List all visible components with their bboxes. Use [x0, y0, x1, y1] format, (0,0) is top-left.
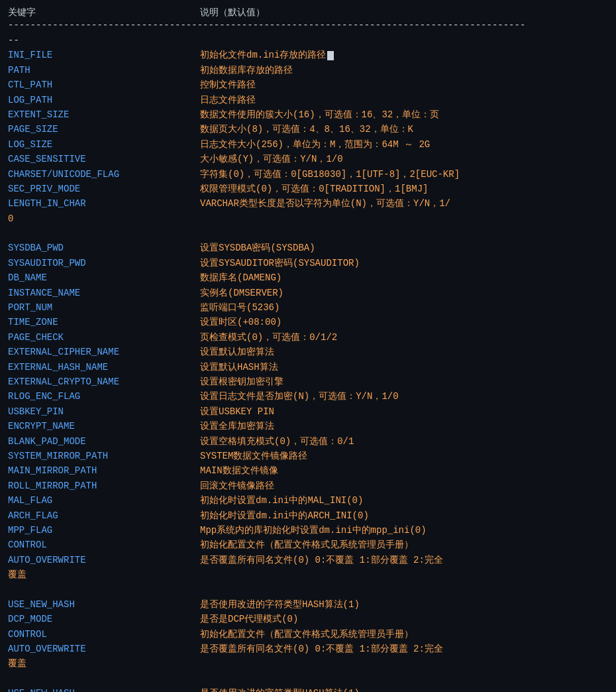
- row-key: USE_NEW_HASH: [8, 686, 200, 692]
- blank-line: [8, 582, 608, 597]
- row-key: LOG_SIZE: [8, 137, 200, 152]
- row-key: CHARSET/UNICODE_FLAG: [8, 167, 200, 182]
- row-desc: 初始化配置文件（配置文件格式见系统管理员手册）: [200, 538, 608, 552]
- row-desc: 日志文件路径: [200, 93, 608, 107]
- row-continuation: 0: [8, 211, 608, 226]
- row-desc: 是否使用改进的字符类型HASH算法(1): [200, 597, 608, 612]
- row-continuation: 覆盖: [8, 656, 608, 671]
- table-body: --INI_FILE初始化文件dm.ini存放的路径PATH初始数据库存放的路径…: [8, 33, 608, 692]
- table-row: INSTANCE_NAME实例名(DMSERVER): [8, 286, 608, 300]
- row-key: MAL_FLAG: [8, 493, 200, 508]
- row-desc: 字符集(0)，可选值：0[GB18030]，1[UTF-8]，2[EUC-KR]: [200, 167, 608, 182]
- row-key: TIME_ZONE: [8, 315, 200, 329]
- row-key: LENGTH_IN_CHAR: [8, 196, 200, 211]
- row-desc: 数据库名(DAMENG): [200, 270, 608, 285]
- table-row: EXTERNAL_HASH_NAME设置默认HASH算法: [8, 360, 608, 375]
- table-row: PORT_NUM监听端口号(5236): [8, 300, 608, 315]
- table-row: PAGE_SIZE数据页大小(8)，可选值：4、8、16、32，单位：K: [8, 122, 608, 137]
- row-desc: 初始化时设置dm.ini中的MAL_INI(0): [200, 493, 608, 508]
- table-row: DB_NAME数据库名(DAMENG): [8, 270, 608, 285]
- row-key: EXTERNAL_CIPHER_NAME: [8, 345, 200, 359]
- table-row: USE_NEW_HASH是否使用改进的字符类型HASH算法(1): [8, 597, 608, 612]
- row-desc: 设置默认HASH算法: [200, 360, 608, 375]
- row-key: EXTENT_SIZE: [8, 107, 200, 122]
- table-row: CTL_PATH控制文件路径: [8, 78, 608, 92]
- row-key: CONTROL: [8, 538, 200, 552]
- table-row: SYSDBA_PWD设置SYSDBA密码(SYSDBA): [8, 241, 608, 255]
- row-desc: 设置时区(+08:00): [200, 315, 608, 329]
- row-desc: 设置SYSDBA密码(SYSDBA): [200, 241, 608, 255]
- table-row: MAL_FLAG初始化时设置dm.ini中的MAL_INI(0): [8, 493, 608, 508]
- table-row: LENGTH_IN_CHARVARCHAR类型长度是否以字符为单位(N)，可选值…: [8, 196, 608, 211]
- header-row: 关键字 说明（默认值）: [8, 7, 608, 19]
- row-key: EXTERNAL_CRYPTO_NAME: [8, 375, 200, 389]
- row-desc: 页检查模式(0)，可选值：0/1/2: [200, 330, 608, 345]
- blank-line: [8, 226, 608, 241]
- row-key: RLOG_ENC_FLAG: [8, 389, 200, 404]
- row-desc: 初始数据库存放的路径: [200, 63, 608, 78]
- row-key: ENCRYPT_NAME: [8, 419, 200, 433]
- row-desc: 实例名(DMSERVER): [200, 286, 608, 300]
- table-row: --: [8, 33, 608, 48]
- table-row: SYSTEM_MIRROR_PATHSYSTEM数据文件镜像路径: [8, 449, 608, 463]
- table-row: RLOG_ENC_FLAG设置日志文件是否加密(N)，可选值：Y/N，1/0: [8, 389, 608, 404]
- header-desc: 说明（默认值）: [200, 7, 608, 19]
- row-desc: 设置SYSAUDITOR密码(SYSAUDITOR): [200, 256, 608, 270]
- row-key: ROLL_MIRROR_PATH: [8, 479, 200, 493]
- row-key: PATH: [8, 63, 200, 78]
- table-row: MPP_FLAGMpp系统内的库初始化时设置dm.ini中的mpp_ini(0): [8, 523, 608, 538]
- row-key: BLANK_PAD_MODE: [8, 434, 200, 449]
- table-row: PAGE_CHECK页检查模式(0)，可选值：0/1/2: [8, 330, 608, 345]
- row-desc: 设置空格填充模式(0)，可选值：0/1: [200, 434, 608, 449]
- row-key: SEC_PRIV_MODE: [8, 182, 200, 196]
- row-key: CONTROL: [8, 627, 200, 642]
- row-continuation: 覆盖: [8, 567, 608, 582]
- table-row: BLANK_PAD_MODE设置空格填充模式(0)，可选值：0/1: [8, 434, 608, 449]
- divider: ----------------------------------------…: [8, 20, 608, 30]
- row-key: AUTO_OVERWRITE: [8, 553, 200, 567]
- row-desc: 是否覆盖所有同名文件(0) 0:不覆盖 1:部分覆盖 2:完全: [200, 642, 608, 656]
- row-desc: 设置USBKEY PIN: [200, 404, 608, 419]
- row-desc: 初始化文件dm.ini存放的路径: [200, 48, 608, 62]
- row-desc: 权限管理模式(0)，可选值：0[TRADITION]，1[BMJ]: [200, 182, 608, 196]
- row-desc: 设置全库加密算法: [200, 419, 608, 433]
- row-desc: 设置日志文件是否加密(N)，可选值：Y/N，1/0: [200, 389, 608, 404]
- row-key: SYSDBA_PWD: [8, 241, 200, 255]
- row-key: PAGE_CHECK: [8, 330, 200, 345]
- table-row: PATH初始数据库存放的路径: [8, 63, 608, 78]
- text-cursor: [327, 51, 334, 60]
- row-key: LOG_PATH: [8, 93, 200, 107]
- table-row: AUTO_OVERWRITE是否覆盖所有同名文件(0) 0:不覆盖 1:部分覆盖…: [8, 553, 608, 567]
- table-row: EXTENT_SIZE数据文件使用的簇大小(16)，可选值：16、32，单位：页: [8, 107, 608, 122]
- blank-line: [8, 671, 608, 686]
- row-key: ARCH_FLAG: [8, 508, 200, 523]
- row-desc: 初始化配置文件（配置文件格式见系统管理员手册）: [200, 627, 608, 642]
- table-row: SEC_PRIV_MODE权限管理模式(0)，可选值：0[TRADITION]，…: [8, 182, 608, 196]
- table-row: ROLL_MIRROR_PATH回滚文件镜像路径: [8, 479, 608, 493]
- row-desc: Mpp系统内的库初始化时设置dm.ini中的mpp_ini(0): [200, 523, 608, 538]
- table-row: ARCH_FLAG初始化时设置dm.ini中的ARCH_INI(0): [8, 508, 608, 523]
- row-key: USE_NEW_HASH: [8, 597, 200, 612]
- row-key: EXTERNAL_HASH_NAME: [8, 360, 200, 375]
- table-row: CONTROL初始化配置文件（配置文件格式见系统管理员手册）: [8, 538, 608, 552]
- row-key: PAGE_SIZE: [8, 122, 200, 137]
- row-desc: 日志文件大小(256)，单位为：M，范围为：64M ～ 2G: [200, 137, 608, 152]
- row-desc: MAIN数据文件镜像: [200, 463, 608, 478]
- row-desc: 数据文件使用的簇大小(16)，可选值：16、32，单位：页: [200, 107, 608, 122]
- table-row: LOG_PATH日志文件路径: [8, 93, 608, 107]
- table-row: EXTERNAL_CRYPTO_NAME设置根密钥加密引擎: [8, 375, 608, 389]
- row-desc: 设置默认加密算法: [200, 345, 608, 359]
- row-key: INI_FILE: [8, 48, 200, 62]
- table-row: DCP_MODE是否是DCP代理模式(0): [8, 612, 608, 626]
- row-desc: VARCHAR类型长度是否以字符为单位(N)，可选值：Y/N，1/: [200, 196, 608, 211]
- row-desc: 设置根密钥加密引擎: [200, 375, 608, 389]
- table-row: SYSAUDITOR_PWD设置SYSAUDITOR密码(SYSAUDITOR): [8, 256, 608, 270]
- row-desc: SYSTEM数据文件镜像路径: [200, 449, 608, 463]
- table-row: USE_NEW_HASH是否使用改进的字符类型HASH算法(1): [8, 686, 608, 692]
- table-row: CONTROL初始化配置文件（配置文件格式见系统管理员手册）: [8, 627, 608, 642]
- table-row: INI_FILE初始化文件dm.ini存放的路径: [8, 48, 608, 62]
- row-desc: 大小敏感(Y)，可选值：Y/N，1/0: [200, 152, 608, 166]
- row-key: --: [8, 33, 200, 48]
- row-desc: 是否是DCP代理模式(0): [200, 612, 608, 626]
- row-desc: 控制文件路径: [200, 78, 608, 92]
